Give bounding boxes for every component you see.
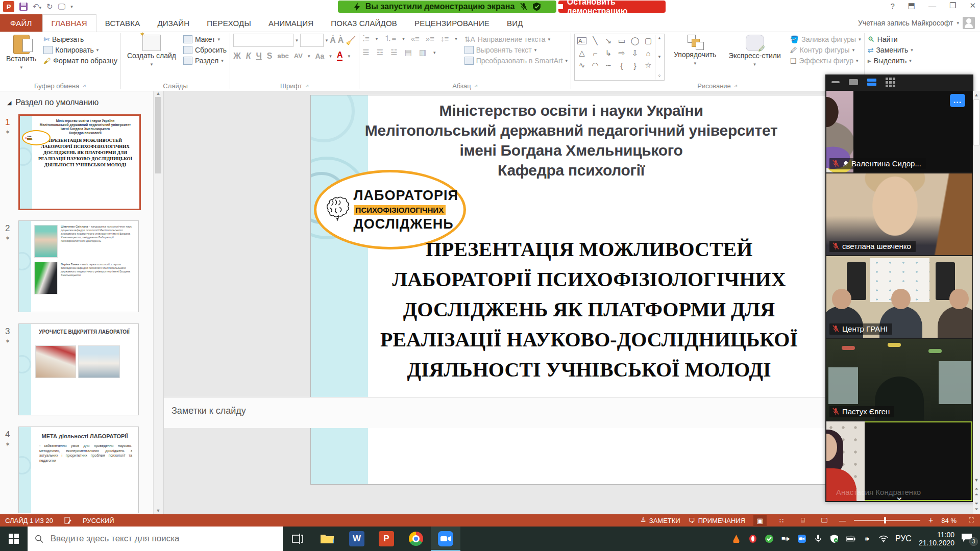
shapes-gallery[interactable]: A≡ ╲ ↘ ▭ ◯ ▢ △ ⌐ ↳ ⇨ ⇩ ⌂ ∿ ◠ ∼ { } bbox=[574, 34, 665, 81]
shape-scribble-icon[interactable]: ∿ bbox=[579, 61, 585, 70]
character-spacing-button[interactable]: AV bbox=[294, 52, 303, 60]
bullets-button[interactable]: ⁚≡ bbox=[362, 34, 370, 43]
zoom-percent-label[interactable]: 84 % bbox=[941, 517, 957, 524]
task-view-button[interactable] bbox=[283, 527, 312, 551]
save-icon[interactable] bbox=[19, 3, 28, 11]
shape-star-icon[interactable]: ☆ bbox=[645, 61, 651, 70]
tab-review[interactable]: РЕЦЕНЗИРОВАНИЕ bbox=[406, 14, 498, 32]
fit-to-window-button[interactable]: ⛶ bbox=[965, 515, 978, 526]
scroll-up-arrow[interactable]: ▲ bbox=[156, 91, 161, 96]
font-size-input[interactable] bbox=[300, 34, 324, 47]
bold-button[interactable]: Ж bbox=[233, 52, 240, 61]
avast-icon[interactable] bbox=[732, 534, 741, 543]
tab-home[interactable]: ГЛАВНАЯ bbox=[42, 14, 96, 32]
scrollbar-thumb[interactable] bbox=[973, 99, 979, 145]
shape-rounded-rect-icon[interactable]: ▢ bbox=[645, 36, 652, 45]
quick-styles-button[interactable]: Экспресс-стили▾ bbox=[725, 34, 783, 81]
taskbar-search[interactable] bbox=[28, 527, 283, 551]
undo-icon[interactable]: ↶▾ bbox=[33, 2, 41, 11]
previous-slide-button[interactable]: ⏶⏶ bbox=[974, 486, 978, 497]
slide-thumbnail-2[interactable]: Шевченко Світлана – кандидатка психологі… bbox=[18, 220, 139, 312]
text-direction-button[interactable]: ⇅AНаправление текста▾ bbox=[464, 35, 568, 43]
zoom-slider-thumb[interactable] bbox=[884, 517, 886, 523]
shapes-scroll-up[interactable]: ▲ bbox=[657, 36, 662, 40]
arrange-button[interactable]: Упорядочить▾ bbox=[671, 34, 719, 81]
shrink-font-button[interactable]: А̀ bbox=[338, 36, 344, 45]
zoom-slider[interactable] bbox=[854, 520, 920, 521]
thumbnails-scrollbar[interactable]: ▲ ▼ bbox=[153, 91, 163, 514]
copy-button[interactable]: Копировать▾ bbox=[43, 46, 117, 54]
collapse-panel-chevron[interactable]: ⌄ bbox=[895, 493, 904, 500]
shape-elbow-icon[interactable]: ⌐ bbox=[593, 49, 598, 58]
shape-left-brace-icon[interactable]: { bbox=[621, 61, 623, 70]
dialog-launcher-icon[interactable]: ⊿ bbox=[82, 83, 86, 88]
format-painter-button[interactable]: 🖌Формат по образцу bbox=[43, 57, 117, 65]
paste-button[interactable]: Вставить▾ bbox=[3, 34, 39, 81]
slide-sorter-view-button[interactable]: ∷ bbox=[775, 515, 788, 526]
redo-icon[interactable]: ↻ bbox=[46, 2, 53, 11]
slide-title[interactable]: ПРЕЗЕНТАЦІЯ МОЖЛИВОСТЕЙ ЛАБОРАТОРІЇ ПСИХ… bbox=[372, 234, 806, 385]
dialog-launcher-icon[interactable]: ⊿ bbox=[734, 83, 738, 88]
powerpoint-button[interactable]: P bbox=[372, 527, 401, 551]
minimize-button[interactable]: — bbox=[928, 2, 936, 10]
opera-icon[interactable] bbox=[748, 534, 757, 543]
start-slideshow-icon[interactable]: 🖵 bbox=[58, 2, 65, 11]
tab-transitions[interactable]: ПЕРЕХОДЫ bbox=[198, 14, 260, 32]
reset-button[interactable]: Сбросить bbox=[183, 46, 227, 54]
battery-icon[interactable] bbox=[846, 534, 855, 543]
dialog-launcher-icon[interactable]: ⊿ bbox=[474, 83, 478, 88]
layout-button[interactable]: Макет▾ bbox=[183, 35, 227, 43]
shape-elbow-arrow-icon[interactable]: ↳ bbox=[605, 48, 612, 58]
convert-smartart-button[interactable]: Преобразовать в SmartArt▾ bbox=[464, 57, 568, 65]
italic-button[interactable]: К bbox=[246, 52, 251, 61]
shape-oval-icon[interactable]: ◯ bbox=[631, 36, 640, 45]
tab-slideshow[interactable]: ПОКАЗ СЛАЙДОВ bbox=[322, 14, 406, 32]
numbering-button[interactable]: ⒈≡ bbox=[384, 34, 396, 43]
shape-rectangle-icon[interactable]: ▭ bbox=[618, 36, 625, 45]
columns-button[interactable]: ▥ bbox=[419, 48, 426, 57]
section-header[interactable]: ◢ Раздел по умолчанию bbox=[7, 98, 99, 107]
participant-tile-active[interactable]: Анастасия Кондратенко ⌄ bbox=[826, 421, 972, 501]
gallery-strip-view-icon[interactable] bbox=[867, 79, 876, 86]
customize-qat-icon[interactable]: ▾ bbox=[70, 4, 73, 9]
shapes-more-button[interactable]: ⩒ bbox=[658, 73, 661, 79]
font-name-input[interactable] bbox=[233, 34, 293, 47]
slide-thumbnail-4[interactable]: МЕТА діяльності ЛАБОРАТОРІЇ ▫забезпеченн… bbox=[18, 427, 139, 513]
tab-insert[interactable]: ВСТАВКА bbox=[96, 14, 149, 32]
slide-scrollbar[interactable]: ▲ ▼ ⏶⏶ ⏷⏷ bbox=[973, 91, 980, 514]
search-input[interactable] bbox=[50, 533, 276, 544]
file-explorer-button[interactable] bbox=[312, 527, 342, 551]
align-center-button[interactable]: ☲ bbox=[377, 48, 383, 57]
select-button[interactable]: ▸Выделить▾ bbox=[868, 57, 913, 65]
clear-formatting-button[interactable]: 🧹 bbox=[346, 36, 356, 45]
shape-textbox-icon[interactable]: A≡ bbox=[577, 37, 586, 44]
align-right-button[interactable]: ☱ bbox=[390, 48, 397, 57]
scrollbar-thumb[interactable] bbox=[155, 97, 161, 173]
tab-design[interactable]: ДИЗАЙН bbox=[149, 14, 198, 32]
speaker-view-icon[interactable] bbox=[849, 79, 858, 85]
replace-button[interactable]: ⇄Заменить▾ bbox=[868, 46, 913, 54]
zoom-in-button[interactable]: + bbox=[928, 516, 933, 525]
change-case-button[interactable]: Aa bbox=[315, 52, 324, 60]
participant-tile[interactable]: Центр ГРАНІ bbox=[826, 256, 972, 338]
minimize-panel-icon[interactable] bbox=[831, 81, 840, 83]
normal-view-button[interactable]: ▣ bbox=[753, 515, 767, 526]
new-slide-button[interactable]: Создать слайд▾ bbox=[124, 34, 179, 81]
mic-icon[interactable] bbox=[814, 534, 823, 543]
shape-corner-icon[interactable]: ⌂ bbox=[646, 49, 651, 58]
find-button[interactable]: 🔍︎Найти bbox=[868, 35, 913, 43]
shapes-scroll-down[interactable]: ▼ bbox=[657, 55, 662, 59]
tab-file[interactable]: ФАЙЛ bbox=[0, 14, 42, 32]
shape-down-arrow-icon[interactable]: ⇩ bbox=[632, 48, 639, 58]
reading-view-button[interactable]: ⌸ bbox=[796, 515, 810, 526]
slide-thumbnail-3[interactable]: УРОЧИСТЕ ВІДКРИТТЯ ЛАБОРАТОІЇ bbox=[18, 323, 139, 415]
tab-animations[interactable]: АНИМАЦИЯ bbox=[260, 14, 322, 32]
shape-right-arrow-icon[interactable]: ⇨ bbox=[619, 48, 625, 58]
chrome-button[interactable] bbox=[401, 527, 431, 551]
zoom-tray-icon[interactable] bbox=[797, 534, 806, 543]
comments-toggle[interactable]: 🗨ПРИМЕЧАНИЯ bbox=[689, 517, 745, 524]
increase-indent-button[interactable]: »≡ bbox=[426, 34, 434, 43]
shape-arc-icon[interactable]: ◠ bbox=[592, 61, 599, 70]
decrease-indent-button[interactable]: «≡ bbox=[411, 34, 420, 43]
underline-button[interactable]: Ч bbox=[256, 52, 261, 61]
